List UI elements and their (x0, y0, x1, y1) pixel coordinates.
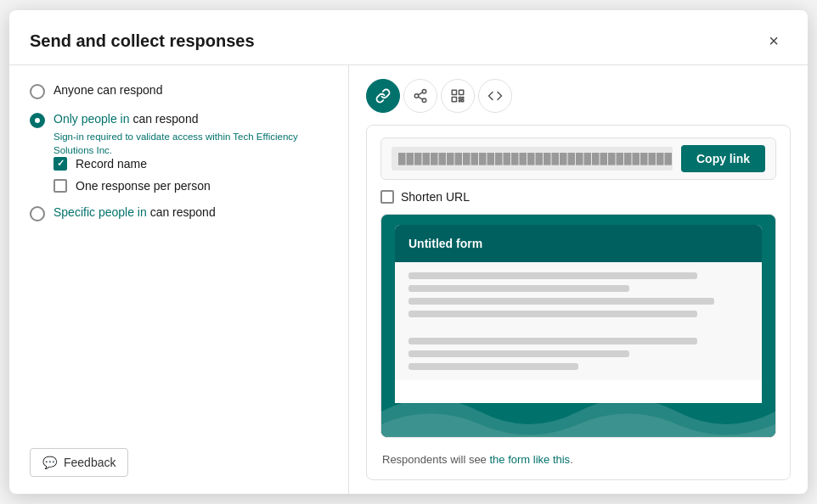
specific-suffix: can respond (150, 205, 216, 219)
svg-rect-7 (452, 98, 456, 102)
feedback-label: Feedback (64, 456, 116, 469)
svg-line-3 (418, 97, 422, 99)
close-button[interactable]: × (760, 27, 787, 54)
preview-caption: Respondents will see the form like this. (380, 448, 776, 468)
link-row: ████████████████████████████████████... … (380, 137, 776, 180)
preview-line-2 (408, 285, 629, 292)
preview-line-1 (408, 272, 697, 279)
preview-line-6 (408, 350, 629, 357)
feedback-button[interactable]: 💬 Feedback (30, 448, 128, 477)
caption-start: Respondents will see (382, 453, 489, 466)
preview-form-body (395, 262, 762, 380)
tab-share[interactable] (403, 79, 437, 113)
specific-people-option[interactable]: Specific people in can respond (30, 204, 328, 221)
only-people-teal: Only people in (54, 112, 130, 126)
one-response-checkbox[interactable] (54, 179, 67, 193)
only-people-radio-row[interactable]: Only people in can respond Sign-in requi… (30, 111, 328, 157)
svg-rect-5 (452, 90, 456, 94)
right-panel: ████████████████████████████████████... … (349, 65, 808, 494)
link-content-area: ████████████████████████████████████... … (366, 125, 791, 480)
svg-line-4 (418, 92, 422, 95)
anyone-option[interactable]: Anyone can respond (30, 82, 328, 99)
tab-qr[interactable] (441, 79, 475, 113)
caption-end: . (570, 453, 573, 466)
preview-line-5 (408, 338, 697, 344)
only-people-radio[interactable] (30, 113, 45, 128)
teal-wave (381, 403, 775, 437)
shorten-checkbox[interactable] (380, 190, 394, 204)
shorten-label: Shorten URL (401, 190, 470, 204)
left-panel: Anyone can respond Only people in can re… (9, 65, 349, 494)
copy-link-button[interactable]: Copy link (681, 145, 765, 172)
preview-line-7 (408, 363, 578, 370)
preview-form-header: Untitled form (395, 225, 762, 262)
only-people-option: Only people in can respond Sign-in requi… (30, 111, 328, 193)
caption-teal: the form like this (489, 453, 570, 466)
shorten-row[interactable]: Shorten URL (380, 190, 776, 204)
specific-people-radio[interactable] (30, 206, 45, 221)
only-people-label-block: Only people in can respond Sign-in requi… (54, 111, 328, 157)
feedback-icon: 💬 (42, 456, 57, 469)
svg-rect-9 (462, 98, 464, 99)
dialog-title: Send and collect responses (30, 31, 255, 51)
record-name-option[interactable]: Record name (54, 157, 328, 171)
anyone-radio[interactable] (30, 84, 45, 99)
sign-in-note: Sign-in required to validate access with… (54, 130, 328, 157)
svg-rect-10 (459, 100, 461, 102)
only-people-label: Only people in can respond (54, 112, 198, 126)
anyone-label: Anyone can respond (54, 82, 162, 99)
only-people-suffix: can respond (132, 112, 198, 126)
one-response-option[interactable]: One response per person (54, 179, 328, 193)
sub-options: Record name One response per person (54, 157, 328, 193)
specific-people-label: Specific people in can respond (54, 204, 216, 221)
preview-line-4 (408, 311, 697, 317)
link-url-display: ████████████████████████████████████... (392, 147, 673, 171)
tab-embed[interactable] (478, 79, 512, 113)
preview-spacer (408, 323, 748, 332)
record-name-checkbox[interactable] (54, 157, 67, 171)
svg-rect-8 (459, 98, 461, 99)
send-collect-dialog: Send and collect responses × Anyone can … (9, 10, 808, 494)
form-preview: Untitled form (380, 214, 776, 438)
dialog-body: Anyone can respond Only people in can re… (9, 65, 808, 494)
tab-row (366, 79, 791, 113)
preview-line-3 (408, 298, 714, 305)
specific-teal: Specific people in (54, 205, 147, 219)
record-name-label: Record name (76, 157, 147, 171)
svg-rect-11 (462, 100, 464, 102)
dialog-header: Send and collect responses × (9, 10, 808, 65)
svg-rect-6 (459, 90, 464, 94)
one-response-label: One response per person (76, 179, 211, 193)
tab-link[interactable] (366, 79, 400, 113)
preview-card: Untitled form (395, 225, 762, 403)
url-text: ████████████████████████████████████... (398, 153, 673, 165)
